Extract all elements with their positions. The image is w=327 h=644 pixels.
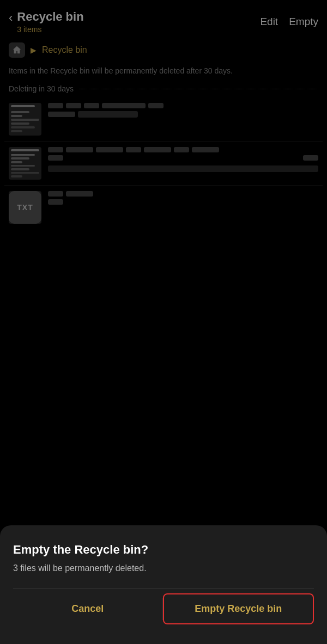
dialog-actions: Cancel Empty Recycle bin (13, 589, 314, 627)
dialog-description: 3 files will be permanently deleted. (13, 563, 314, 573)
dialog-title: Empty the Recycle bin? (13, 543, 314, 557)
bottom-sheet-dialog: Empty the Recycle bin? 3 files will be p… (0, 525, 327, 644)
cancel-button[interactable]: Cancel (13, 594, 162, 623)
empty-recycle-bin-button[interactable]: Empty Recycle bin (163, 593, 314, 624)
